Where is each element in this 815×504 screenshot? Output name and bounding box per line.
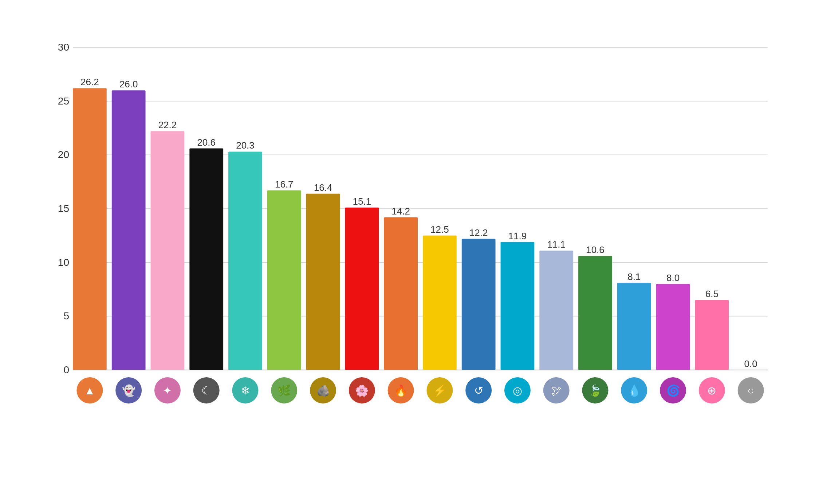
y-tick-label: 15: [58, 203, 69, 214]
type-icon-symbol: 🌿: [277, 384, 291, 397]
bar-value-label: 6.5: [705, 288, 718, 299]
bar-value-label: 26.2: [80, 76, 99, 87]
bar: [151, 131, 185, 370]
y-tick-label: 0: [63, 364, 69, 375]
type-icon-symbol: ✦: [163, 385, 172, 397]
bar-value-label: 20.6: [197, 137, 216, 148]
chart-area: 05101520253026.2▲26.0👻22.2✦20.6☾20.3❄16.…: [44, 33, 793, 460]
bar-value-label: 0.0: [744, 358, 757, 369]
bar-value-label: 14.2: [391, 206, 410, 217]
bar: [501, 242, 535, 370]
type-icon-symbol: ↺: [474, 385, 483, 397]
bar: [578, 256, 612, 370]
bar-value-label: 11.1: [547, 239, 566, 250]
y-tick-label: 10: [58, 257, 69, 268]
type-icon-symbol: ⊕: [707, 385, 716, 397]
bar: [423, 236, 457, 370]
type-icon-symbol: 🔥: [394, 384, 408, 397]
bar-value-label: 11.9: [508, 231, 527, 241]
y-tick-label: 5: [63, 310, 69, 322]
bar: [384, 217, 418, 370]
bar: [695, 300, 729, 370]
bar: [112, 90, 146, 370]
type-icon-symbol: 🌀: [666, 384, 680, 397]
bar-value-label: 12.2: [469, 227, 488, 238]
y-tick-label: 30: [58, 42, 69, 53]
type-icon-symbol: 👻: [122, 384, 136, 397]
bar-value-label: 10.6: [586, 244, 605, 255]
bar: [617, 283, 651, 370]
bar: [73, 88, 107, 370]
bar: [345, 208, 379, 370]
bar-value-label: 12.5: [430, 224, 449, 235]
type-icon-symbol: ☾: [201, 385, 211, 397]
bar-value-label: 26.0: [119, 79, 138, 90]
bar-value-label: 22.2: [158, 119, 177, 130]
type-icon-symbol: 🍃: [588, 384, 602, 397]
chart-inner: 05101520253026.2▲26.0👻22.2✦20.6☾20.3❄16.…: [47, 33, 793, 460]
type-icon-symbol: ○: [748, 385, 754, 397]
chart-svg: 05101520253026.2▲26.0👻22.2✦20.6☾20.3❄16.…: [47, 33, 775, 403]
type-icon-symbol: ❄: [241, 385, 250, 397]
type-icon-symbol: 🕊: [551, 385, 562, 397]
bar: [656, 284, 690, 370]
y-tick-label: 20: [58, 149, 69, 160]
type-icon-symbol: 🪨: [316, 384, 330, 397]
bar-value-label: 16.4: [314, 182, 332, 193]
chart-container: 05101520253026.2▲26.0👻22.2✦20.6☾20.3❄16.…: [0, 0, 815, 504]
bar-value-label: 15.1: [353, 196, 371, 207]
type-icon-symbol: ⚡: [433, 384, 447, 397]
type-icon-symbol: ◎: [513, 385, 522, 397]
bar: [267, 190, 301, 370]
type-icon-symbol: 🌸: [355, 384, 369, 397]
bar-value-label: 8.0: [666, 272, 680, 283]
bar-value-label: 16.7: [275, 179, 294, 190]
bar-value-label: 8.1: [627, 271, 641, 282]
type-icon-symbol: ▲: [84, 385, 95, 397]
bar: [306, 194, 340, 370]
bar: [462, 239, 496, 370]
bar-value-label: 20.3: [236, 140, 255, 151]
type-icon-symbol: 💧: [627, 384, 641, 397]
bar: [189, 149, 223, 370]
y-tick-label: 25: [58, 95, 69, 107]
bar: [539, 251, 573, 370]
bar: [228, 151, 262, 370]
